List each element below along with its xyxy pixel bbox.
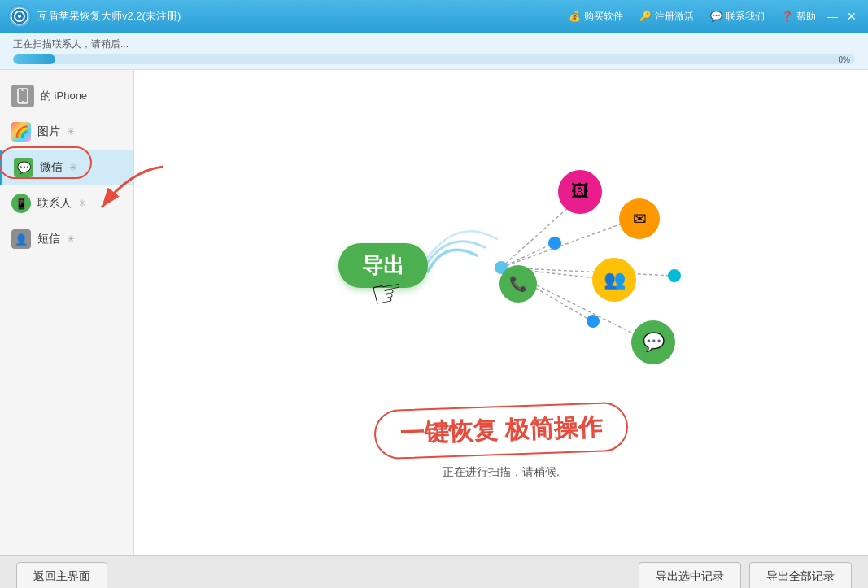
sidebar: 的 iPhone 🌈 图片 ✳ 💬 微信 ✳ 📱 联系人 ✳ 👤 短信 ✳ — [0, 70, 134, 555]
slogan-text: 一键恢复 极简操作 — [373, 402, 629, 460]
contact-btn[interactable]: 💬 联系我们 — [710, 10, 765, 24]
sidebar-item-photos[interactable]: 🌈 图片 ✳ — [0, 114, 133, 150]
app-title: 互盾苹果恢复大师v2.2(未注册) — [37, 9, 569, 24]
phone-node: 📞 — [499, 265, 537, 303]
app-logo — [8, 5, 31, 28]
titlebar: 互盾苹果恢复大师v2.2(未注册) 💰 购买软件 🔑 注册激活 💬 联系我们 ❓… — [0, 0, 868, 33]
help-icon: ❓ — [781, 11, 793, 22]
scan-status-text: 正在扫描联系人，请稍后... — [13, 37, 855, 51]
buy-software-btn[interactable]: 💰 购买软件 — [569, 10, 623, 24]
photos-icon: 🌈 — [11, 122, 31, 142]
buy-icon: 💰 — [569, 11, 581, 22]
sidebar-item-sms[interactable]: 👤 短信 ✳ — [0, 221, 133, 257]
sms-loading-icon: ✳ — [67, 233, 75, 245]
wechat-icon: 💬 — [14, 158, 33, 177]
illustration-container: 导出 ☞ 🖼 ✉ 📞 — [298, 146, 704, 406]
wechat-node: 💬 — [631, 320, 675, 364]
progress-fill — [13, 54, 55, 64]
sidebar-item-wechat[interactable]: 💬 微信 ✳ — [0, 150, 133, 185]
dot-node-1 — [548, 237, 561, 250]
main-layout: 的 iPhone 🌈 图片 ✳ 💬 微信 ✳ 📱 联系人 ✳ 👤 短信 ✳ — [0, 70, 868, 555]
dot-node-2 — [587, 315, 600, 328]
window-controls: — ✕ — [824, 8, 860, 24]
photos-label: 图片 — [37, 124, 60, 139]
photos-loading-icon: ✳ — [67, 126, 75, 137]
minimize-btn[interactable]: — — [824, 8, 840, 24]
device-icon — [11, 85, 34, 107]
content-area: 导出 ☞ 🖼 ✉ 📞 — [134, 70, 868, 555]
people-node: 👥 — [592, 258, 636, 302]
sms-icon: 👤 — [11, 229, 31, 249]
progress-container: 0% — [13, 54, 855, 64]
contacts-label: 联系人 — [37, 196, 72, 211]
activate-icon: 🔑 — [639, 11, 652, 22]
activate-btn[interactable]: 🔑 注册激活 — [639, 10, 694, 24]
bottombar: 返回主界面 导出选中记录 导出全部记录 — [0, 555, 868, 588]
sms-label: 短信 — [37, 232, 60, 246]
progress-label: 0% — [839, 55, 850, 64]
svg-point-2 — [18, 15, 21, 18]
scanning-status-text: 正在进行扫描，请稍候. — [443, 465, 560, 480]
help-btn[interactable]: ❓ 帮助 — [781, 10, 816, 24]
svg-line-11 — [501, 243, 554, 268]
device-label: 的 iPhone — [0, 78, 133, 114]
device-name: 的 iPhone — [41, 89, 87, 103]
contacts-loading-icon: ✳ — [78, 198, 86, 209]
close-btn[interactable]: ✕ — [844, 8, 860, 24]
back-to-main-btn[interactable]: 返回主界面 — [16, 562, 107, 589]
sidebar-item-contacts[interactable]: 📱 联系人 ✳ — [0, 185, 133, 221]
export-selected-btn[interactable]: 导出选中记录 — [639, 562, 741, 589]
mail-node: ✉ — [619, 198, 660, 239]
contacts-icon: 📱 — [11, 194, 31, 213]
export-all-btn[interactable]: 导出全部记录 — [749, 562, 852, 589]
photo-node: 🖼 — [558, 170, 602, 214]
contact-icon: 💬 — [710, 11, 722, 22]
svg-point-5 — [22, 101, 24, 102]
dot-node-3 — [668, 269, 681, 282]
wechat-loading-icon: ✳ — [69, 162, 77, 173]
wechat-label: 微信 — [40, 160, 63, 175]
scan-progress-bar: 正在扫描联系人，请稍后... 0% — [0, 33, 868, 70]
titlebar-actions: 💰 购买软件 🔑 注册激活 💬 联系我们 ❓ 帮助 — [569, 10, 816, 24]
